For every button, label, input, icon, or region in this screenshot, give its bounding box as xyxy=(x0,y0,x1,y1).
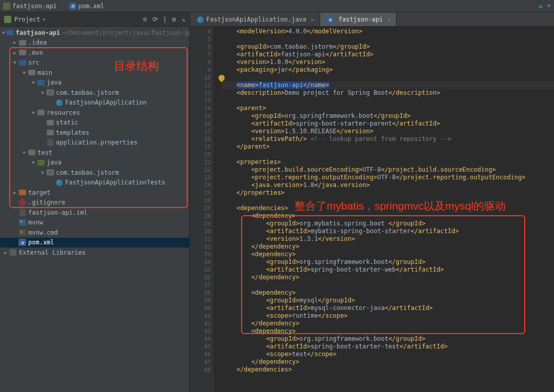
tree-row[interactable]: FastjsonApiApplication xyxy=(0,98,189,108)
editor-tab[interactable]: mfastjson-api× xyxy=(320,13,397,26)
tree-row[interactable]: .gitignore xyxy=(0,198,189,208)
close-icon[interactable]: × xyxy=(311,16,314,23)
toolbar-icon[interactable]: ↘ xyxy=(181,15,185,23)
git-push-icon[interactable] xyxy=(539,5,543,8)
tree-row[interactable]: ▼resources xyxy=(0,108,189,118)
toolbar-icon[interactable]: | xyxy=(163,15,167,23)
close-icon[interactable]: × xyxy=(387,16,391,23)
editor-area: FastjsonApiApplication.java×mfastjson-ap… xyxy=(190,12,554,392)
tree-row[interactable]: ▼java xyxy=(0,158,189,168)
toolbar-icon[interactable]: ⟳ xyxy=(152,15,158,23)
project-panel-header: Project ▾ ⊙⟳|⚙↘ xyxy=(0,12,189,27)
tree-row[interactable]: ▶.idea xyxy=(0,38,189,48)
git-pull-icon[interactable] xyxy=(547,5,551,8)
tree-row-root[interactable]: ▼fastjson-api~/Document/project/java/fas… xyxy=(0,28,189,38)
tree-row[interactable]: static xyxy=(0,118,189,128)
tree-row[interactable]: ▶target xyxy=(0,188,189,198)
project-tree[interactable]: ▼fastjson-api~/Document/project/java/fas… xyxy=(0,27,189,392)
toolbar-icon[interactable]: ⊙ xyxy=(143,15,147,23)
tree-row[interactable]: ▼com.taobao.jstorm xyxy=(0,168,189,178)
tree-row[interactable]: ▼com.taobao.jstorm xyxy=(0,88,189,98)
editor-gutter: 4567891011121314151617181920212223242526… xyxy=(190,27,214,392)
maven-icon: m xyxy=(69,3,76,10)
project-panel-icon xyxy=(4,16,11,23)
tree-row[interactable]: ▼java xyxy=(0,78,189,88)
tree-row[interactable]: mvnw xyxy=(0,218,189,228)
tree-row[interactable]: ▶.mvn xyxy=(0,48,189,58)
tree-row[interactable]: templates xyxy=(0,128,189,138)
editor-tab[interactable]: FastjsonApiApplication.java× xyxy=(192,13,320,26)
tree-row[interactable]: application.properties xyxy=(0,138,189,148)
breadcrumb-bar: fastjson-api 〉 m pom.xml xyxy=(0,0,554,12)
tree-row[interactable]: mvnw.cmd xyxy=(0,228,189,238)
toolbar-icon[interactable]: ⚙ xyxy=(172,15,176,23)
breadcrumb-file[interactable]: pom.xml xyxy=(78,3,105,10)
tree-row[interactable]: mpom.xml xyxy=(0,238,189,248)
dropdown-icon[interactable]: ▾ xyxy=(43,16,46,23)
breadcrumb-project[interactable]: fastjson-api xyxy=(12,3,57,10)
chevron-right-icon: 〉 xyxy=(60,2,66,10)
tree-row[interactable]: ▼test xyxy=(0,148,189,158)
tree-row[interactable]: ▼src xyxy=(0,58,189,68)
project-panel: Project ▾ ⊙⟳|⚙↘ ▼fastjson-api~/Document/… xyxy=(0,12,190,392)
tree-row[interactable]: ▶External Libraries xyxy=(0,247,189,258)
editor-tabs: FastjsonApiApplication.java×mfastjson-ap… xyxy=(190,12,554,27)
project-icon xyxy=(3,3,10,10)
tree-row[interactable]: ▼main xyxy=(0,68,189,78)
editor-code[interactable]: <modelVersion>4.0.0</modelVersion> <grou… xyxy=(214,27,554,392)
tree-row[interactable]: FastjsonApiApplicationTests xyxy=(0,178,189,188)
tree-row[interactable]: fastjson-api.iml xyxy=(0,208,189,218)
project-panel-title[interactable]: Project xyxy=(14,16,41,23)
